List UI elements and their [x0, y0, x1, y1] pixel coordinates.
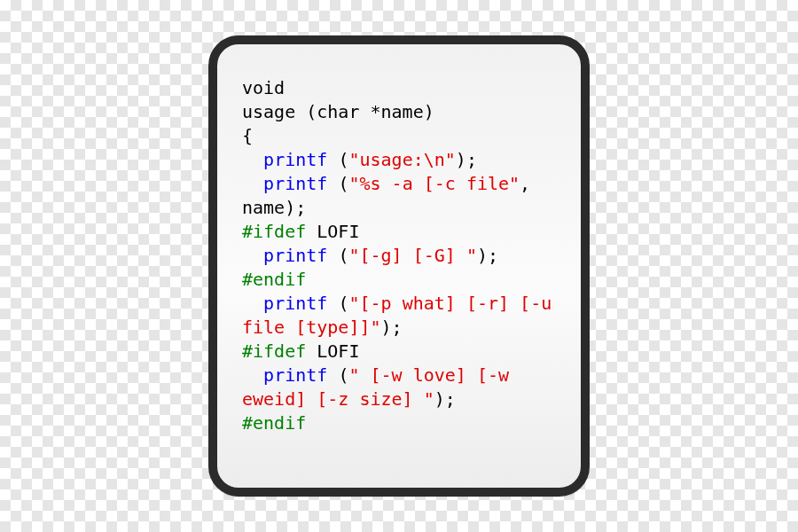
code-token: printf	[263, 364, 327, 386]
code-token: (	[327, 149, 348, 170]
code-token: printf	[263, 173, 327, 194]
code-token: {	[242, 125, 253, 146]
code-token: "%s -a [-c file"	[348, 173, 520, 194]
code-token: (	[327, 245, 348, 266]
code-token: );	[381, 317, 403, 338]
code-token: (	[327, 293, 348, 314]
code-token: "usage:\n"	[348, 149, 455, 170]
code-token: #endif	[242, 269, 306, 290]
code-token	[242, 293, 263, 314]
code-token	[242, 149, 263, 170]
code-token: #ifdef	[242, 221, 306, 242]
code-token: printf	[263, 149, 327, 170]
code-token: );	[456, 149, 477, 170]
code-token	[242, 245, 263, 266]
code-token: (	[327, 173, 348, 194]
code-token: printf	[263, 245, 327, 266]
code-token: #endif	[242, 412, 306, 434]
code-token: );	[477, 245, 498, 266]
code-token: void	[242, 77, 285, 98]
code-token: #ifdef	[242, 340, 306, 362]
code-token: "[-g] [-G] "	[348, 245, 477, 266]
code-token: printf	[263, 293, 327, 314]
code-token	[242, 364, 263, 386]
code-token: );	[434, 388, 456, 410]
code-token: LOFI	[306, 221, 359, 242]
code-card: void usage (char *name) { printf ("usage…	[208, 35, 590, 497]
code-token: LOFI	[306, 340, 359, 362]
code-token: usage (char *name)	[242, 101, 434, 122]
code-block: void usage (char *name) { printf ("usage…	[242, 76, 563, 435]
code-token: (	[327, 364, 348, 386]
code-token	[242, 173, 263, 194]
